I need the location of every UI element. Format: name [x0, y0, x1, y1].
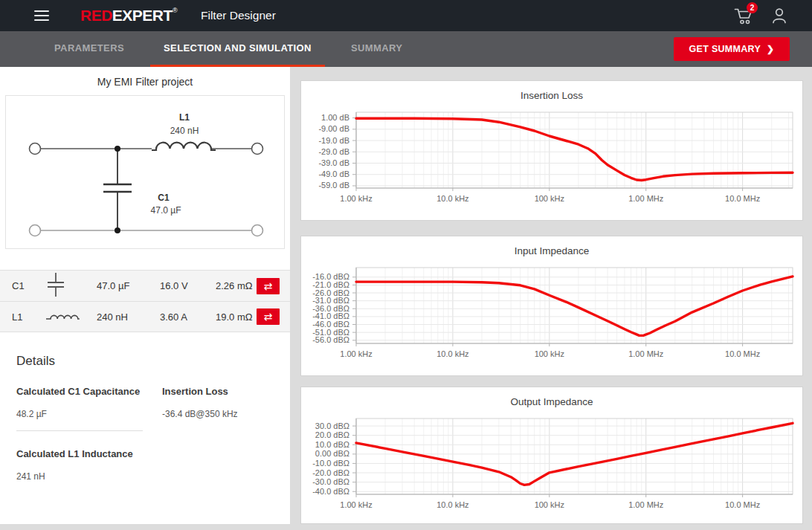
detail-label: Calculated L1 Inductance [16, 448, 143, 459]
output-impedance-plot[interactable]: 30.0 dBΩ20.0 dBΩ10.0 dBΩ0.00 dBΩ-10.0 dB… [301, 409, 803, 524]
component-name: L1 [12, 311, 45, 323]
svg-text:10.0 kHz: 10.0 kHz [436, 349, 468, 358]
chart-title: Input Impedance [301, 236, 802, 258]
app-header: REDEXPERT® Filter Designer 2 [0, 0, 812, 31]
c1-label: C1 [158, 193, 170, 203]
svg-text:10.0 kHz: 10.0 kHz [436, 194, 468, 203]
terminal-top-left [30, 143, 41, 155]
svg-text:20.0 dBΩ: 20.0 dBΩ [315, 430, 349, 439]
insertion-loss-chart-card: Insertion Loss 1.00 dB-9.00 dB-19.0 dB-2… [300, 80, 803, 221]
component-value: 240 nH [97, 311, 160, 323]
project-title: My EMI Filter project [0, 76, 290, 88]
svg-text:-9.00 dB: -9.00 dB [318, 124, 349, 133]
svg-text:100 kHz: 100 kHz [535, 194, 564, 203]
svg-text:-40.0 dBΩ: -40.0 dBΩ [312, 487, 349, 496]
component-rating: 3.60 A [160, 311, 216, 323]
chevron-right-icon: ❯ [767, 44, 774, 54]
component-table: C1 47.0 µF 16.0 V 2.26 mΩ ⇄ L1 [0, 270, 290, 332]
svg-text:-30.0 dBΩ: -30.0 dBΩ [312, 477, 349, 486]
chart-title: Output Impedance [301, 387, 802, 409]
junction-bottom [115, 227, 120, 233]
get-summary-label: GET SUMMARY [689, 44, 761, 54]
svg-text:10.0 MHz: 10.0 MHz [725, 194, 760, 203]
redexpert-logo[interactable]: REDEXPERT® [80, 7, 177, 25]
output-impedance-chart-card: Output Impedance 30.0 dBΩ20.0 dBΩ10.0 dB… [300, 387, 803, 524]
input-impedance-plot[interactable]: -16.0 dBΩ-21.0 dBΩ-26.0 dBΩ-31.0 dBΩ-36.… [301, 258, 803, 376]
svg-text:1.00 MHz: 1.00 MHz [628, 500, 663, 509]
simulation-charts: Insertion Loss 1.00 dB-9.00 dB-19.0 dB-2… [300, 67, 803, 530]
component-resistance: 19.0 mΩ [216, 311, 257, 323]
logo-expert-part: EXPERT [112, 7, 173, 24]
svg-text:-20.0 dBΩ: -20.0 dBΩ [312, 468, 349, 477]
detail-insertion-loss: Insertion Loss -36.4 dB@350 kHz [162, 386, 238, 419]
component-rating: 16.0 V [160, 280, 216, 291]
tab-parameters[interactable]: PARAMETERS [41, 31, 138, 67]
junction-top [115, 146, 120, 152]
svg-text:-39.0 dB: -39.0 dB [318, 158, 349, 167]
registered-mark: ® [173, 7, 177, 14]
svg-text:1.00 kHz: 1.00 kHz [340, 194, 372, 203]
swap-c1-button[interactable]: ⇄ [257, 278, 280, 294]
svg-text:10.0 MHz: 10.0 MHz [725, 349, 760, 358]
svg-text:0.00 dBΩ: 0.00 dBΩ [315, 449, 349, 458]
terminal-bottom-left [30, 225, 41, 236]
svg-text:1.00 MHz: 1.00 MHz [628, 349, 663, 358]
logo-red-part: RED [80, 7, 112, 24]
svg-text:100 kHz: 100 kHz [535, 500, 564, 509]
l1-label: L1 [179, 112, 190, 123]
svg-text:-56.0 dBΩ: -56.0 dBΩ [312, 335, 349, 344]
table-row-c1[interactable]: C1 47.0 µF 16.0 V 2.26 mΩ ⇄ [0, 270, 290, 301]
svg-text:1.00 MHz: 1.00 MHz [628, 194, 663, 203]
svg-text:10.0 dBΩ: 10.0 dBΩ [315, 440, 349, 449]
svg-text:100 kHz: 100 kHz [535, 349, 564, 358]
chart-title: Insertion Loss [301, 81, 802, 103]
swap-l1-button[interactable]: ⇄ [257, 308, 280, 325]
detail-l1-inductance: Calculated L1 Inductance 241 nH [16, 448, 143, 482]
svg-text:1.00 kHz: 1.00 kHz [340, 500, 372, 509]
c1-value: 47.0 µF [151, 205, 181, 216]
terminal-bottom-right [252, 225, 263, 236]
detail-c1-capacitance: Calculated C1 Capacitance 48.2 µF [16, 386, 143, 431]
svg-text:1.00 kHz: 1.00 kHz [340, 349, 372, 358]
svg-text:-59.0 dB: -59.0 dB [318, 181, 349, 190]
capacitor-icon [45, 271, 97, 300]
details-section: Details Calculated C1 Capacitance 48.2 µ… [0, 354, 290, 482]
table-row-l1[interactable]: L1 240 nH 3.60 A 19.0 mΩ ⇄ [0, 301, 290, 332]
insertion-loss-plot[interactable]: 1.00 dB-9.00 dB-19.0 dB-29.0 dB-39.0 dB-… [301, 103, 803, 221]
detail-label: Calculated C1 Capacitance [16, 386, 143, 397]
svg-text:1.00 dB: 1.00 dB [321, 113, 349, 122]
svg-text:-19.0 dB: -19.0 dB [318, 136, 349, 145]
get-summary-button[interactable]: GET SUMMARY ❯ [674, 37, 790, 61]
user-icon[interactable] [770, 7, 788, 25]
svg-text:-10.0 dBΩ: -10.0 dBΩ [312, 459, 349, 468]
detail-value: 241 nH [16, 471, 143, 482]
project-panel: My EMI Filter project [0, 67, 290, 524]
tab-selection-and-simulation[interactable]: SELECTION AND SIMULATION [150, 31, 325, 67]
detail-value: -36.4 dB@350 kHz [162, 409, 238, 419]
inductor-icon [45, 309, 97, 325]
cart-button[interactable]: 2 [734, 6, 754, 25]
tab-summary[interactable]: SUMMARY [338, 31, 416, 67]
details-heading: Details [16, 354, 274, 369]
component-resistance: 2.26 mΩ [216, 280, 257, 291]
page-title: Filter Designer [201, 9, 276, 22]
inductor-symbol [152, 143, 216, 150]
svg-text:-49.0 dB: -49.0 dB [318, 169, 349, 178]
svg-text:10.0 MHz: 10.0 MHz [725, 500, 760, 509]
circuit-schematic: L1 240 nH C1 47.0 µF [5, 95, 285, 249]
component-value: 47.0 µF [97, 280, 160, 291]
input-impedance-chart-card: Input Impedance -16.0 dBΩ-21.0 dBΩ-26.0 … [300, 236, 803, 376]
menu-icon[interactable] [34, 7, 49, 24]
circuit-svg: L1 240 nH C1 47.0 µF [6, 96, 284, 248]
tab-bar: PARAMETERS SELECTION AND SIMULATION SUMM… [0, 31, 812, 67]
terminal-top-right [252, 143, 263, 155]
component-name: C1 [12, 280, 45, 291]
l1-value: 240 nH [170, 126, 199, 136]
svg-text:-29.0 dB: -29.0 dB [318, 147, 349, 156]
detail-value: 48.2 µF [16, 409, 143, 419]
svg-text:30.0 dBΩ: 30.0 dBΩ [315, 421, 349, 430]
cart-badge: 2 [747, 2, 758, 13]
svg-text:10.0 kHz: 10.0 kHz [436, 500, 468, 509]
detail-label: Insertion Loss [162, 386, 238, 397]
